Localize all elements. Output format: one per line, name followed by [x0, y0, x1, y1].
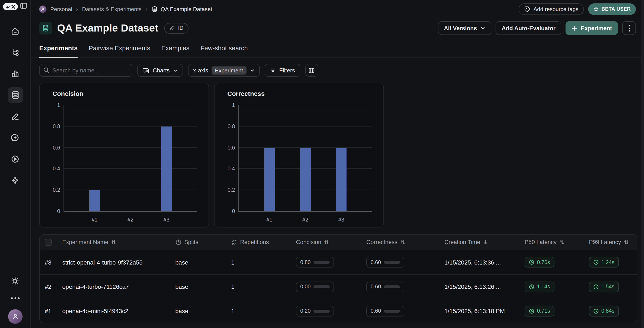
columns-button[interactable]: [305, 64, 318, 77]
y-axis-tick: 0.6: [228, 145, 235, 151]
add-resource-tags-label: Add resource tags: [533, 6, 578, 12]
gridline: [64, 147, 197, 148]
gridline: [64, 105, 197, 105]
clock-icon: [529, 284, 534, 290]
more-options-icon[interactable]: [11, 297, 20, 299]
col-experiment-name[interactable]: Experiment Name: [62, 239, 175, 245]
filters-button[interactable]: Filters: [265, 64, 300, 77]
breadcrumb-personal[interactable]: Personal: [50, 6, 72, 12]
annotation-queues-icon[interactable]: [10, 111, 20, 121]
settings-gear-icon[interactable]: [11, 277, 20, 287]
vertical-scrollbar[interactable]: [641, 0, 644, 328]
monitoring-icon[interactable]: [10, 69, 20, 79]
copy-id-button[interactable]: ID: [164, 23, 188, 33]
experiments-table: Experiment Name Splits Repetitions Conci…: [39, 234, 637, 323]
langsmith-logo-icon[interactable]: [3, 3, 18, 10]
table-row[interactable]: #3 strict-openai-4-turbo-9f372a55 base 1…: [40, 250, 637, 274]
score-bar: [314, 261, 330, 264]
deployments-icon[interactable]: [10, 175, 20, 185]
concision-score: 0.20: [296, 306, 334, 316]
add-resource-tags-button[interactable]: Add resource tags: [518, 3, 584, 15]
sort-icon: [400, 239, 406, 245]
x-axis-tick: #3: [164, 217, 170, 223]
user-avatar[interactable]: [8, 309, 22, 324]
correctness-score: 0.60: [366, 257, 404, 268]
table-row[interactable]: #1 openai-4o-mini-5f4943c2 base 1 0.20 0…: [40, 299, 637, 323]
experiment-number: #1: [45, 308, 62, 314]
sort-icon: [111, 239, 116, 245]
tab-pairwise-experiments[interactable]: Pairwise Experiments: [89, 43, 150, 57]
x-axis-value: Experiment: [212, 66, 246, 74]
all-versions-dropdown[interactable]: All Versions: [438, 21, 492, 35]
tab-few-shot-search[interactable]: Few-shot search: [200, 43, 248, 57]
add-auto-evaluator-button[interactable]: Add Auto-Evaluator: [496, 21, 562, 35]
toolbar: Charts x-axis Experiment Filters: [39, 64, 637, 77]
y-axis-tick: 1: [57, 102, 60, 108]
workspace-avatar[interactable]: [39, 5, 46, 12]
chevron-down-icon: [250, 68, 254, 73]
experiment-name[interactable]: openai-4-turbo-71126ca7: [62, 283, 175, 290]
x-axis-tick: #2: [302, 217, 308, 223]
gridline: [239, 126, 372, 127]
new-experiment-button[interactable]: Experiment: [566, 21, 618, 35]
clock-icon: [593, 308, 599, 314]
y-axis-tick: 0.2: [53, 187, 60, 193]
col-correctness[interactable]: Correctness: [366, 239, 444, 245]
y-axis-tick: 0.8: [53, 124, 60, 130]
sort-icon: [559, 239, 565, 245]
charts-dropdown[interactable]: Charts: [137, 64, 183, 77]
creation-time: 1/15/2025, 6:13:36 ...: [444, 259, 524, 266]
p50-latency-badge: 0.71s: [524, 306, 554, 316]
breadcrumb-datasets-experiments[interactable]: Datasets & Experiments: [82, 6, 142, 12]
col-p50-latency[interactable]: P50 Latency: [524, 239, 589, 245]
page-title: QA Example Dataset: [57, 22, 158, 34]
x-axis-tick: #3: [338, 217, 344, 223]
concision-score: 0.00: [296, 281, 334, 292]
split-value: base: [175, 259, 231, 266]
col-creation-time[interactable]: Creation Time: [444, 239, 524, 245]
app-root: Personal › Datasets & Experiments › QA E…: [0, 0, 644, 328]
col-p99-latency[interactable]: P99 Latency: [589, 239, 637, 245]
clock-icon: [529, 308, 534, 314]
more-actions-button[interactable]: [622, 21, 636, 35]
repetitions-value: 1: [231, 308, 296, 314]
beta-user-badge: BETA USER: [588, 3, 636, 15]
id-label: ID: [178, 25, 184, 31]
sidebar-nav: [8, 26, 23, 185]
tab-experiments[interactable]: Experiments: [39, 43, 78, 57]
bar-#1: [264, 148, 275, 211]
col-repetitions[interactable]: Repetitions: [231, 239, 296, 245]
datasets-icon[interactable]: [8, 87, 23, 103]
table-header-row: Experiment Name Splits Repetitions Conci…: [40, 235, 637, 250]
repetitions-value: 1: [231, 259, 296, 266]
home-icon[interactable]: [10, 26, 20, 36]
col-concision[interactable]: Concision: [296, 239, 366, 245]
select-all-checkbox[interactable]: [45, 239, 52, 246]
panel-toggle-icon[interactable]: [20, 2, 27, 11]
chat-add-icon[interactable]: [10, 133, 20, 143]
y-axis-tick: 0.2: [228, 187, 235, 193]
split-value: base: [175, 283, 231, 290]
x-axis-tick: #1: [266, 217, 272, 223]
experiment-name[interactable]: openai-4o-mini-5f4943c2: [62, 308, 175, 314]
col-splits[interactable]: Splits: [175, 239, 231, 245]
chevron-down-icon: [173, 68, 178, 73]
bar-#3: [336, 148, 346, 211]
tab-examples[interactable]: Examples: [162, 43, 190, 57]
tracing-projects-icon[interactable]: [10, 47, 20, 57]
table-row[interactable]: #2 openai-4-turbo-71126ca7 base 1 0.00 0…: [40, 274, 637, 299]
search-icon: [43, 67, 50, 73]
creation-time: 1/15/2025, 6:13:18 PM: [444, 308, 524, 314]
gridline: [239, 105, 372, 105]
beta-user-label: BETA USER: [601, 6, 631, 11]
playground-icon[interactable]: [10, 154, 20, 164]
filter-icon: [270, 67, 276, 73]
y-axis-tick: 0.6: [53, 145, 60, 151]
p50-latency-badge: 0.76s: [524, 257, 554, 268]
clock-icon: [593, 259, 599, 265]
experiment-name[interactable]: strict-openai-4-turbo-9f372a55: [62, 259, 175, 266]
x-axis-dropdown[interactable]: x-axis Experiment: [188, 64, 260, 77]
search-input[interactable]: [39, 64, 132, 77]
content: Charts x-axis Experiment Filters: [31, 58, 641, 323]
p99-latency-badge: 1.24s: [589, 257, 618, 268]
